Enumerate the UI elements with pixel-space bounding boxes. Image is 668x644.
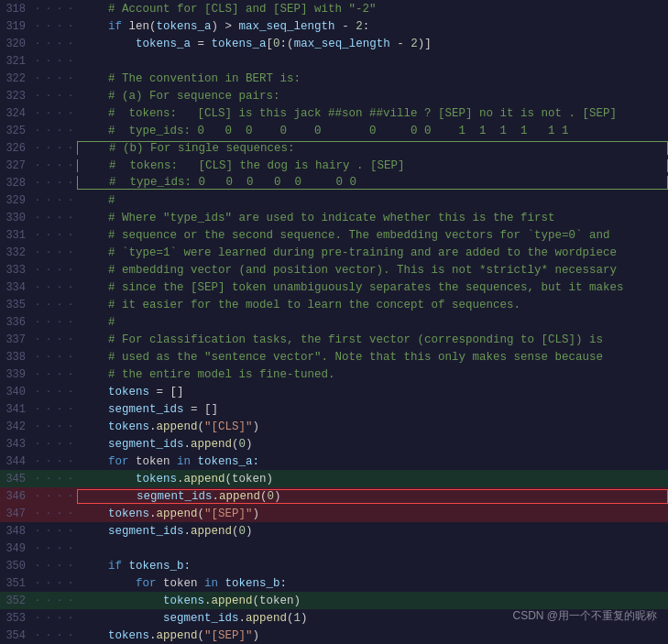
line-code: # type_ids: 0 0 0 0 0 0 0 0 1 1 1 1 1 1 [77,125,668,137]
line-dots: · · · · [35,126,73,136]
token: 0 [268,490,275,503]
token: "[CLS]" [204,420,253,433]
token: tokens_a [136,38,191,50]
line-dots: · · · · [35,178,73,188]
code-line: 334· · · · # since the [SEP] token unamb… [0,278,668,296]
code-line: 351· · · · for token in tokens_b: [0,574,668,592]
token: - [335,20,356,33]
token: segment_ids [163,612,239,625]
token: # (a) For sequence pairs: [108,90,280,103]
line-code: segment_ids.append(0) [77,525,668,538]
token: for [108,455,129,468]
line-code: # [77,316,668,329]
line-dots: · · · · [35,421,73,431]
token [82,176,109,189]
line-dots: · · · · [35,230,73,240]
token: . [149,629,157,642]
token: # For classification tasks, the first ve… [108,333,603,346]
code-line: 349· · · · [0,540,668,557]
token: # used as the "sentence vector". Note th… [108,351,603,364]
line-dots: · · · · [35,160,73,170]
token: # [108,316,115,329]
token: # `type=1` were learned during pre-train… [108,246,617,259]
line-dots: · · · · [35,595,73,606]
line-dots: · · · · [35,21,73,31]
code-line: 333· · · · # embedding vector (and posit… [0,261,668,278]
token [81,560,108,573]
line-dots: · · · · [35,352,73,362]
token: ( [198,420,205,433]
token [81,107,108,120]
line-number: 352 [0,595,35,607]
line-code: segment_ids.append(0) [77,489,668,504]
token: . [177,473,184,486]
token [81,420,108,433]
token [81,246,108,259]
line-code: # Account for [CLS] and [SEP] with "-2" [77,3,668,16]
code-line: 329· · · · # [0,191,668,209]
line-number: 328 [0,177,35,190]
line-number: 326 [0,142,35,155]
line-code: tokens.append(token) [77,595,668,607]
token: . [149,420,157,433]
line-dots: · · · · [35,369,73,379]
line-code: # sequence or the second sequence. The e… [77,229,668,242]
token [81,38,136,50]
token: = [] [184,403,219,416]
code-line: 324· · · · # tokens: [CLS] is this jack … [0,104,668,122]
code-line: 335· · · · # it easier for the model to … [0,296,668,313]
token: 1 [294,612,301,625]
token [82,490,137,503]
token [81,473,136,486]
line-dots: · · · · [35,630,73,640]
line-number: 319 [0,20,35,33]
line-number: 334 [0,281,35,294]
token: 2 [411,38,418,50]
line-dots: · · · · [35,526,73,536]
line-number: 329 [0,194,35,207]
line-number: 323 [0,90,35,103]
line-dots: · · · · [35,613,73,623]
line-dots: · · · · [35,300,73,310]
line-number: 331 [0,229,35,242]
line-code: # [77,194,668,207]
token: tokens [163,595,204,607]
token [81,281,108,294]
token: # [108,194,115,207]
token: append [246,612,287,625]
line-code: segment_ids.append(0) [77,438,668,451]
token [81,316,108,329]
token [81,125,108,137]
code-line: 342· · · · tokens.append("[CLS]") [0,418,668,435]
line-code: # used as the "sentence vector". Note th… [77,351,668,364]
token [81,508,108,520]
token: # Account for [CLS] and [SEP] with "-2" [108,3,377,16]
line-number: 327 [0,159,35,172]
token [81,90,108,103]
line-number: 330 [0,212,35,224]
token: segment_ids [137,490,213,503]
token: append [191,438,232,451]
line-code: # Where "type_ids" are used to indicate … [77,212,668,224]
code-line: 346· · · · segment_ids.append(0) [0,487,668,505]
token: )] [418,38,432,50]
line-code: # type_ids: 0 0 0 0 0 0 0 [77,176,668,190]
line-number: 332 [0,246,35,259]
code-line: 347· · · · tokens.append("[SEP]") [0,505,668,522]
token [81,612,163,625]
line-number: 333 [0,264,35,277]
line-code: tokens.append("[SEP]") [77,629,668,642]
token: # type_ids: 0 0 0 0 0 0 0 [109,176,356,189]
line-code: # For classification tasks, the first ve… [77,333,668,346]
token [81,20,108,33]
code-line: 322· · · · # The convention in BERT is: [0,70,668,87]
token: . [149,508,157,520]
line-number: 346 [0,490,35,503]
line-dots: · · · · [35,38,73,49]
code-line: 348· · · · segment_ids.append(0) [0,522,668,540]
token: ( [198,508,205,520]
token: segment_ids [108,403,184,416]
token [81,351,108,364]
token: tokens_a [212,38,267,50]
token: 2 [356,20,363,33]
